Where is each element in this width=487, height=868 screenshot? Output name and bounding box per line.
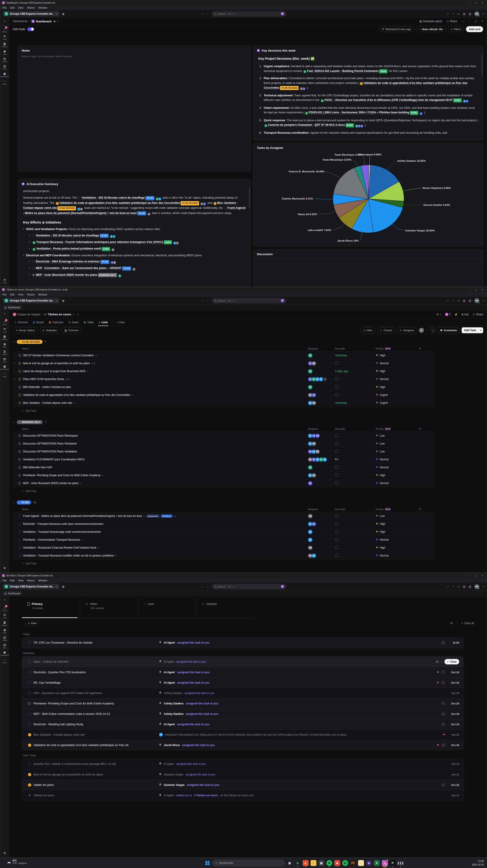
item-title[interactable]: Valider les plans	[33, 783, 157, 786]
collapse-icon[interactable]: ▾	[13, 341, 14, 343]
task-name[interactable]: Plans MEP GYM Hyacinthe Some	[23, 377, 64, 381]
inbox-item[interactable]: ✓faire le xref du garage de st-hyacinthe…	[22, 769, 463, 779]
invite-button[interactable]: ⊕	[3, 851, 6, 855]
comment-avatar[interactable]: JR	[159, 733, 163, 737]
close-button[interactable]: ×	[482, 288, 483, 291]
due-date-cell[interactable]: 3 days ago	[335, 370, 376, 373]
task-status-icon[interactable]	[18, 538, 21, 541]
task-link[interactable]: Électricité - DMA Éclairage intérieur et…	[36, 260, 99, 263]
expand-sidebar-icon[interactable]: »	[4, 20, 5, 23]
task-status-icon[interactable]	[18, 515, 21, 518]
calendar-add-icon[interactable]	[335, 385, 338, 388]
tab-dashboard[interactable]: ▥Dashboard	[2, 591, 22, 596]
doc-icon[interactable]: ▤	[463, 585, 465, 588]
calendar-add-icon[interactable]	[335, 514, 338, 517]
priority-cell[interactable]: ⚑Normal	[376, 458, 419, 461]
expand-icon[interactable]: ⤢	[475, 20, 477, 23]
ask-button[interactable]: ⊕ Ask	[461, 313, 469, 316]
item-status-icon[interactable]	[28, 762, 31, 766]
item-status-icon[interactable]: ✓	[28, 744, 31, 747]
task-link[interactable]: Caserne de pompiers Champlain - QRT N° 0…	[268, 123, 345, 127]
sidebar-item-home[interactable]: 8⌂Home	[2, 27, 7, 33]
doc-icon[interactable]: ▤	[463, 12, 465, 16]
ai-executive-summary-card[interactable]: AI Executive Summary construction projec…	[18, 179, 251, 287]
call-icon[interactable]: ✆ ∨	[436, 313, 442, 316]
column-due-date[interactable]: Due date	[335, 428, 376, 430]
assignee-cell[interactable]: FMSEJRSSGV	[308, 457, 335, 462]
priority-cell[interactable]: ⚑Normal	[376, 554, 419, 557]
assignee-avatar[interactable]: GV	[322, 457, 327, 462]
priority-cell[interactable]: ⚑Low	[376, 515, 419, 518]
calendar-add-icon[interactable]	[335, 393, 338, 396]
priority-cell[interactable]: ⚑Low	[376, 442, 419, 445]
status-group-pill[interactable]: ◌TO DO	[17, 500, 31, 504]
due-date-cell[interactable]	[335, 546, 376, 550]
sidebar-item-dashboard[interactable]: ▣Dashboard	[0, 365, 9, 370]
remind-icon[interactable]: ◔	[440, 660, 442, 663]
group-header[interactable]: ▾✓WORKING ON IT7	[13, 420, 487, 424]
task-status-icon[interactable]	[18, 466, 21, 469]
priority-cell[interactable]: ⚑High	[376, 385, 419, 389]
sidebar-item-dashboard[interactable]: ▣Dashboard	[0, 72, 9, 78]
task-tag[interactable]: paiements	[146, 515, 159, 518]
task-row[interactable]: Plomberie- Plumbing Scope and Costs for …	[13, 471, 434, 479]
menu-file[interactable]: File	[2, 6, 6, 9]
inbox-settings-icon[interactable]: ⚙	[450, 622, 453, 625]
calendar-add-icon[interactable]	[335, 466, 338, 468]
clip-record-icon[interactable]: ▭	[457, 299, 460, 302]
assignee-avatar[interactable]: SS	[308, 465, 313, 470]
due-date-cell[interactable]: Yesterday	[335, 401, 376, 404]
sidebar-item-chat[interactable]: ✉Chat	[3, 35, 6, 40]
item-title[interactable]: Quartier Plus- Attente si commentaires p…	[33, 762, 157, 766]
calendar-add-icon[interactable]	[335, 530, 338, 533]
task-name[interactable]: Discussion OPTIMISATION Plans Plomberie	[23, 442, 77, 445]
spotify-icon[interactable]: ≋	[326, 860, 332, 866]
discussion-card[interactable]: Discussion	[253, 249, 483, 287]
task-name[interactable]: Discussion OPTIMISATION Plans Ventilatio…	[23, 450, 77, 453]
task-row[interactable]: Plomberie - Commentaires Transport Boura…	[13, 536, 434, 544]
expand-sidebar-icon[interactable]: »	[4, 598, 5, 601]
task-link[interactable]: Ventilation - 353 St-Nicolas calcul de c…	[82, 196, 145, 199]
sidebar-item-chat[interactable]: ✉Chat	[3, 614, 6, 619]
forward-icon[interactable]: →	[206, 299, 209, 302]
filter-button[interactable]: ≡ Filter	[361, 327, 375, 333]
excel-icon[interactable]: X	[374, 860, 380, 866]
item-status-icon[interactable]: ✓	[28, 733, 31, 736]
inbox-item[interactable]: TR: CPE Les Tisserands - Directive de ch…	[22, 638, 463, 648]
column-priority[interactable]: Priority⚡AI	[376, 508, 419, 510]
inbox-tab-later[interactable]: ◔Later	[138, 599, 196, 618]
task-row[interactable]: ✓Validation de code et approbation d’un …	[13, 391, 434, 399]
column-name[interactable]: Name	[22, 428, 308, 430]
favorite-star-icon[interactable]: ★	[53, 20, 56, 23]
clear-all-button[interactable]: ✓ Clear all	[461, 622, 474, 625]
task-name[interactable]: Discussion OPTIMISATION Plans Électrique…	[23, 434, 78, 437]
group-header[interactable]: ▾✓TO BE REVISED7	[13, 340, 487, 344]
maximize-button[interactable]: □	[475, 1, 477, 4]
menu-file[interactable]: File	[2, 579, 6, 582]
task-name[interactable]: Ventilation - Transport bourassage sorti…	[23, 530, 101, 533]
task-row[interactable]: ▸✓Plans MEP GYM Hyacinthe Some↳ 3ADSSGVJ…	[13, 375, 434, 383]
task-row[interactable]: Électricité - Transport bourassa sortir …	[13, 520, 434, 528]
menu-edit[interactable]: Edit	[10, 6, 14, 9]
assignee-cell[interactable]: FM	[308, 514, 335, 519]
view-tab-calendar[interactable]: ▦Calendar	[47, 318, 65, 326]
assignee-avatar[interactable]: FM	[315, 449, 320, 454]
menu-edit[interactable]: Edit	[10, 293, 14, 296]
assignee-avatar[interactable]: GV	[308, 530, 313, 534]
sidebar-item-docs[interactable]: ▤Docs	[3, 643, 6, 649]
menu-edit[interactable]: Edit	[10, 579, 14, 582]
invite-button[interactable]: ⊕Invite	[3, 278, 7, 284]
task-row[interactable]: BBA Blainville faire HAPSS⚑Normal	[13, 464, 434, 471]
assignee-cell[interactable]: CMGVFM	[308, 449, 335, 454]
minimize-button[interactable]: –	[469, 1, 470, 4]
priority-cell[interactable]: ⚑High	[376, 546, 419, 549]
assignee-avatar[interactable]: GV	[311, 553, 316, 558]
due-date-cell[interactable]	[335, 538, 376, 541]
start-button[interactable]	[205, 861, 209, 865]
add-column-icon[interactable]: ⊕	[419, 347, 434, 350]
task-status-icon[interactable]: ✓	[18, 362, 21, 365]
assignee-avatar[interactable]: VO	[308, 369, 313, 374]
calendar-add-icon[interactable]	[335, 554, 338, 557]
list-link[interactable]: # Tâches en cours	[194, 794, 218, 797]
share-button[interactable]: ☺ Share	[447, 20, 457, 23]
